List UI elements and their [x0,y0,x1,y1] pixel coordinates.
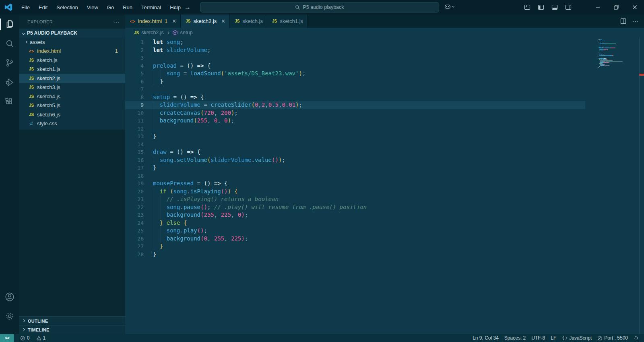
chevron-right-icon [22,328,25,331]
file-label: sketch5.js [37,102,60,108]
line-content: sliderVolume = createSlider(0,2,0.5,0.01… [153,101,302,109]
tab-close-icon[interactable]: ✕ [172,18,176,24]
explorer-more-actions[interactable]: ⋯ [114,19,120,25]
tab-sketch2-js[interactable]: JSsketch2.js✕ [181,15,230,28]
activity-search[interactable] [0,34,19,53]
tab-index-html[interactable]: <>index.html1✕ [125,15,181,28]
file-row-sketch6-js[interactable]: JSsketch6.js [19,110,125,119]
code-line-9[interactable]: 9 sliderVolume = createSlider(0,2,0.5,0.… [125,101,644,109]
breadcrumb-symbol[interactable]: setup [180,30,193,35]
file-row-sketch2-js[interactable]: JSsketch2.js [19,74,125,83]
toggle-sidebar-icon[interactable] [538,4,544,10]
line-content: background(255, 0, 0); [153,117,234,125]
file-row-assets[interactable]: assets [19,37,125,47]
account-button[interactable] [0,287,19,307]
menu-file[interactable]: File [18,3,33,12]
nav-back-icon[interactable]: ← [172,4,179,11]
code-line-13[interactable]: 13} [125,133,644,141]
copilot-button[interactable] [444,3,454,10]
activity-run-debug[interactable] [0,73,19,92]
file-row-sketch3-js[interactable]: JSsketch3.js [19,83,125,92]
menu-edit[interactable]: Edit [35,3,51,12]
code-editor[interactable]: 1let song;2let sliderVolume;34preload = … [125,37,644,334]
toggle-panel-icon[interactable] [551,4,558,10]
overview-ruler[interactable] [639,37,644,334]
editor-more-actions[interactable]: ⋯ [633,18,639,25]
settings-button[interactable] [0,307,19,326]
file-row-style-css[interactable]: #style.css [19,119,125,129]
problems-error[interactable]: 0 [17,334,33,342]
eol[interactable]: LF [548,334,559,342]
code-line-20[interactable]: 20 if (song.isPlaying()) { [125,188,644,196]
language-mode[interactable]: JavaScript [559,334,594,342]
code-line-18[interactable]: 18 [125,172,644,180]
code-line-7[interactable]: 7 [125,85,644,93]
code-line-28[interactable]: 28} [125,251,644,259]
code-line-23[interactable]: 23 background(255, 225, 0); [125,211,644,219]
file-row-sketch1-js[interactable]: JSsketch1.js [19,65,125,74]
activity-extensions[interactable] [0,92,19,111]
window-minimize-button[interactable] [588,0,607,15]
indent-guide [154,156,154,164]
activity-explorer[interactable] [0,15,19,34]
notifications-bell[interactable] [631,334,642,342]
code-line-24[interactable]: 24 } else { [125,219,644,227]
file-row-index-html[interactable]: <>index.html1 [19,47,125,56]
command-center-search[interactable]: P5 audio playback [200,2,439,12]
code-line-2[interactable]: 2let sliderVolume; [125,46,644,54]
menu-view[interactable]: View [83,3,102,12]
code-line-3[interactable]: 3 [125,54,644,62]
live-server-port[interactable]: Port : 5500 [594,334,631,342]
window-restore-button[interactable] [607,0,625,15]
code-line-21[interactable]: 21 // .isPlaying() returns a boolean [125,195,644,203]
menu-selection[interactable]: Selection [53,3,81,12]
code-line-26[interactable]: 26 background(0, 255, 225); [125,235,644,243]
window-close-button[interactable] [625,0,644,15]
code-line-8[interactable]: 8setup = () => { [125,93,644,102]
split-editor-icon[interactable] [620,18,626,24]
code-line-12[interactable]: 12 [125,125,644,133]
line-content: song.pause(); // .play() will resume fro… [153,203,367,211]
code-line-19[interactable]: 19mousePressed = () => { [125,180,644,188]
line-number: 15 [125,148,144,156]
file-row-sketch4-js[interactable]: JSsketch4.js [19,92,125,101]
cursor-position[interactable]: Ln 9, Col 34 [470,334,502,342]
nav-forward-icon[interactable]: → [184,4,191,11]
code-line-22[interactable]: 22 song.pause(); // .play() will resume … [125,203,644,211]
file-row-sketch-js[interactable]: JSsketch.js [19,56,125,65]
menu-terminal[interactable]: Terminal [138,3,165,12]
indentation[interactable]: Spaces: 2 [502,334,528,342]
tab-sketch1-js[interactable]: JSsketch1.js [267,15,308,28]
tab-close-icon[interactable]: ✕ [221,18,225,24]
ruler-marker [639,74,644,76]
menu-run[interactable]: Run [119,3,136,12]
code-line-27[interactable]: 27 } [125,243,644,251]
code-line-14[interactable]: 14 [125,141,644,149]
minimap[interactable] [585,37,644,334]
code-line-6[interactable]: 6 } [125,78,644,86]
file-row-sketch5-js[interactable]: JSsketch5.js [19,101,125,110]
code-line-4[interactable]: 4preload = () => { [125,62,644,70]
section-outline[interactable]: OUTLINE [19,316,125,325]
menu-go[interactable]: Go [103,3,118,12]
code-line-17[interactable]: 17} [125,164,644,172]
code-line-10[interactable]: 10 createCanvas(720, 200); [125,109,644,117]
workspace-root-row[interactable]: P5 AUDIO PLAYBACK [19,29,125,37]
encoding[interactable]: UTF-8 [528,334,548,342]
problems-warning[interactable]: 1 [33,334,49,342]
breadcrumb-file[interactable]: sketch2.js [141,30,164,35]
code-line-16[interactable]: 16 song.setVolume(sliderVolume.value()); [125,156,644,164]
tab-sketch-js[interactable]: JSsketch.js [230,15,267,28]
code-line-11[interactable]: 11 background(255, 0, 0); [125,117,644,125]
toggle-secondary-sidebar-icon[interactable] [565,4,572,10]
remote-indicator[interactable]: >< [0,334,14,342]
js-file-icon: JS [28,67,35,71]
code-line-25[interactable]: 25 song.play(); [125,227,644,235]
code-line-15[interactable]: 15draw = () => { [125,148,644,156]
customize-layout-icon[interactable] [524,4,530,10]
code-line-1[interactable]: 1let song; [125,38,644,46]
code-line-5[interactable]: 5 song = loadSound('assets/DS_Beat23.wav… [125,70,644,78]
activity-source-control[interactable] [0,53,19,73]
section-timeline[interactable]: TIMELINE [19,325,125,334]
line-content: } [153,251,156,259]
